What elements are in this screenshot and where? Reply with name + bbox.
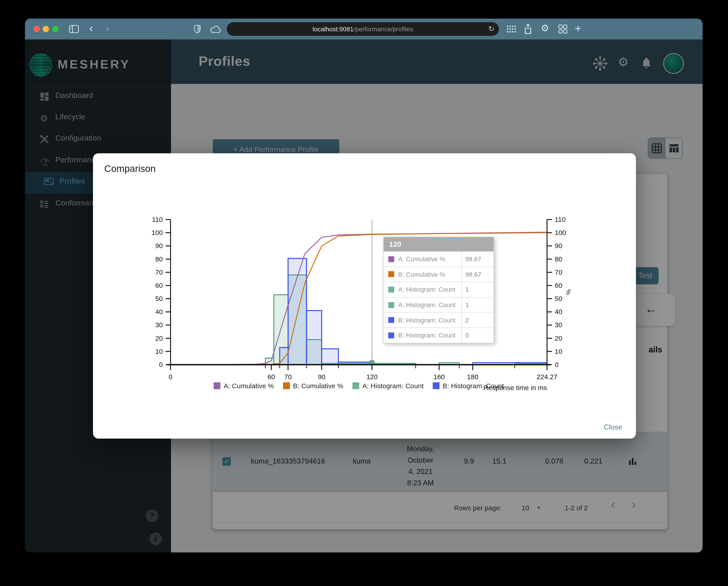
minimize-window-button[interactable]: [43, 26, 49, 32]
sidebar-toggle-icon[interactable]: [69, 25, 79, 33]
comparison-modal: Comparison 00101020203030404050506060707…: [93, 153, 636, 438]
legend-swatch: [433, 382, 440, 389]
tooltip-series-value: 2: [461, 313, 494, 327]
svg-text:40: 40: [155, 308, 163, 316]
svg-text:180: 180: [467, 373, 478, 380]
legend-item[interactable]: B: Cumulative %: [283, 382, 343, 390]
tooltip-row: B: Histogram: Count0: [384, 327, 494, 343]
tooltip-series-value: 98.67: [461, 252, 494, 266]
svg-text:120: 120: [366, 373, 378, 380]
tooltip-swatch: [388, 287, 394, 293]
url-host: localhost:9081: [313, 25, 354, 33]
tooltip-row: B: Histogram: Count2: [384, 312, 494, 327]
svg-text:160: 160: [434, 373, 445, 380]
tooltip-row: A: Histogram: Count1: [384, 282, 494, 297]
svg-text:110: 110: [152, 216, 163, 223]
tooltip-series-value: 0: [461, 328, 494, 343]
tooltip-series-label: B: Histogram: Count: [398, 332, 461, 339]
svg-text:20: 20: [555, 335, 562, 342]
svg-text:90: 90: [318, 373, 325, 380]
tooltip-swatch: [388, 317, 394, 323]
svg-text:100: 100: [555, 229, 566, 236]
tooltip-series-label: A: Histogram: Count: [398, 286, 461, 293]
legend-item[interactable]: B: Histogram: Count: [433, 382, 504, 390]
legend-label: A: Cumulative %: [224, 382, 274, 390]
close-window-button[interactable]: [33, 26, 40, 32]
tooltip-swatch: [388, 302, 394, 308]
cloud-icon[interactable]: [210, 25, 221, 33]
svg-text:60: 60: [555, 282, 562, 289]
svg-text:90: 90: [555, 242, 562, 249]
reload-icon[interactable]: ↻: [488, 22, 494, 36]
svg-text:0: 0: [555, 361, 558, 368]
svg-text:80: 80: [155, 255, 163, 263]
svg-text:50: 50: [555, 295, 562, 302]
zoom-window-button[interactable]: [52, 26, 58, 32]
tooltip-swatch: [388, 332, 394, 338]
close-modal-button[interactable]: Close: [604, 423, 622, 431]
svg-text:60: 60: [267, 373, 275, 380]
legend-label: B: Cumulative %: [293, 382, 343, 390]
share-icon[interactable]: [524, 24, 532, 34]
svg-text:50: 50: [155, 295, 163, 302]
forward-button[interactable]: ›: [106, 23, 109, 33]
svg-text:80: 80: [555, 255, 562, 263]
legend-swatch: [283, 382, 290, 389]
tooltip-series-value: 1: [461, 282, 494, 297]
svg-text:30: 30: [555, 321, 562, 328]
tooltip-series-label: B: Cumulative %: [398, 271, 461, 278]
browser-window: ‹ › localhost:9081/performance/profiles …: [25, 19, 703, 553]
svg-text:60: 60: [155, 282, 163, 289]
privacy-shield-icon[interactable]: [194, 25, 201, 33]
svg-text:20: 20: [155, 335, 163, 342]
tooltip-series-label: B: Histogram: Count: [398, 316, 461, 324]
svg-text:70: 70: [155, 268, 163, 276]
comparison-chart[interactable]: 0010102020303040405050606070708080909010…: [93, 153, 636, 438]
legend-label: A: Histogram: Count: [362, 382, 424, 390]
address-bar[interactable]: localhost:9081/performance/profiles ↻: [227, 22, 499, 36]
svg-text:%: %: [565, 289, 572, 295]
screenshot-root: ‹ › localhost:9081/performance/profiles …: [0, 0, 728, 586]
tooltip-swatch: [388, 256, 394, 262]
legend-item[interactable]: A: Histogram: Count: [353, 382, 424, 390]
legend-label: B: Histogram: Count: [443, 382, 504, 390]
svg-text:10: 10: [555, 348, 562, 355]
tooltip-row: B: Cumulative %98.67: [384, 266, 494, 282]
svg-text:0: 0: [169, 373, 173, 380]
svg-text:0: 0: [159, 361, 163, 368]
tooltip-swatch: [388, 271, 394, 277]
back-button[interactable]: ‹: [89, 23, 93, 33]
svg-text:224.27: 224.27: [537, 373, 557, 380]
tooltip-row: A: Cumulative %98.67: [384, 251, 494, 266]
legend-swatch: [214, 382, 220, 389]
browser-toolbar: ‹ › localhost:9081/performance/profiles …: [25, 19, 703, 39]
url-path: /performance/profiles: [354, 25, 413, 33]
new-tab-icon[interactable]: +: [575, 23, 581, 33]
tooltip-series-value: 1: [461, 297, 494, 312]
tooltip-series-value: 98.67: [461, 267, 494, 282]
grid-dots-icon[interactable]: [506, 25, 516, 33]
settings-gear-icon[interactable]: ⚙: [541, 23, 549, 33]
chart-tooltip: 120 A: Cumulative %98.67B: Cumulative %9…: [383, 237, 494, 343]
tooltip-rows: A: Cumulative %98.67B: Cumulative %98.67…: [384, 251, 494, 343]
svg-text:10: 10: [155, 348, 163, 355]
svg-text:110: 110: [555, 216, 566, 223]
tooltip-row: A: Histogram: Count1: [384, 297, 494, 312]
tooltip-header: 120: [384, 237, 494, 251]
svg-text:70: 70: [555, 268, 562, 276]
svg-text:100: 100: [152, 229, 163, 236]
chart-legend: A: Cumulative %B: Cumulative %A: Histogr…: [171, 382, 547, 390]
svg-text:90: 90: [155, 242, 163, 249]
svg-text:40: 40: [555, 308, 562, 316]
svg-text:30: 30: [155, 321, 163, 328]
legend-item[interactable]: A: Cumulative %: [214, 382, 274, 390]
svg-text:70: 70: [284, 373, 292, 380]
legend-swatch: [353, 382, 359, 389]
tooltip-series-label: A: Histogram: Count: [398, 301, 461, 309]
tooltip-series-label: A: Cumulative %: [398, 256, 461, 263]
tab-overview-icon[interactable]: [558, 25, 567, 33]
